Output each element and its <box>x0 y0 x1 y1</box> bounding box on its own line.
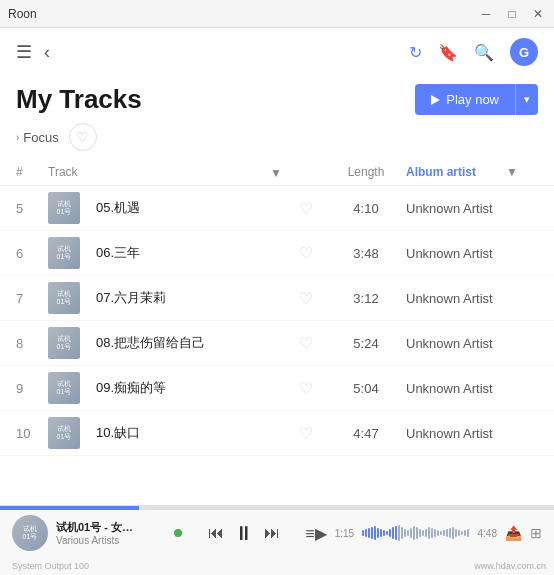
favorite-button[interactable]: ♡ <box>286 199 326 218</box>
waveform-bar <box>440 531 442 535</box>
track-thumbnail: 试机01号 <box>48 237 80 269</box>
user-avatar[interactable]: G <box>510 38 538 66</box>
waveform-bar <box>431 528 433 538</box>
track-number: 9 <box>16 381 48 396</box>
waveform-bar <box>383 530 385 536</box>
next-button[interactable]: ⏭ <box>264 524 280 542</box>
nav-right: ↻ 🔖 🔍 G <box>409 38 538 66</box>
track-info: 05.机遇 <box>88 199 286 217</box>
waveform-bar <box>404 529 406 537</box>
focus-button[interactable]: › Focus <box>16 130 59 145</box>
waveform-bar <box>446 529 448 537</box>
track-thumbnail: 试机01号 <box>48 282 80 314</box>
track-artist: Unknown Artist <box>406 201 506 216</box>
waveform-bar <box>449 528 451 538</box>
col-num-header: # <box>16 165 48 179</box>
track-title: 09.痴痴的等 <box>96 379 286 397</box>
system-output-label: System Output 100 <box>12 561 89 571</box>
waveform-bar <box>392 527 394 539</box>
prev-button[interactable]: ⏮ <box>208 524 224 542</box>
top-nav: ☰ ‹ ↻ 🔖 🔍 G <box>0 28 554 76</box>
play-dropdown-button[interactable]: ▾ <box>515 84 538 115</box>
track-info: 10.缺口 <box>88 424 286 442</box>
track-number: 10 <box>16 426 48 441</box>
waveform-bar <box>362 530 364 536</box>
waveform-bar <box>374 526 376 540</box>
table-row[interactable]: 5 试机01号 05.机遇 ♡ 4:10 Unknown Artist <box>0 186 554 231</box>
track-number: 8 <box>16 336 48 351</box>
maximize-button[interactable]: □ <box>504 7 520 21</box>
track-filter-icon[interactable]: ▼ <box>270 166 282 180</box>
search-icon[interactable]: 🔍 <box>474 43 494 62</box>
track-number: 7 <box>16 291 48 306</box>
menu-icon[interactable]: ☰ <box>16 41 32 63</box>
track-thumbnail: 试机01号 <box>48 372 80 404</box>
favorite-button[interactable]: ♡ <box>286 379 326 398</box>
track-thumbnail: 试机01号 <box>48 327 80 359</box>
waveform-bar <box>443 530 445 536</box>
output-button[interactable]: 📤 <box>505 525 522 541</box>
tracks-list: 5 试机01号 05.机遇 ♡ 4:10 Unknown Artist 6 试机… <box>0 186 554 526</box>
title-bar-controls: ─ □ ✕ <box>478 7 546 21</box>
table-header: # Track ▼ Length Album artist ▼ <box>0 159 554 186</box>
play-now-button[interactable]: Play now <box>415 84 515 115</box>
bottom-info-row: System Output 100 <box>0 556 554 575</box>
minimize-button[interactable]: ─ <box>478 7 494 21</box>
now-playing-artist: Various Artists <box>56 535 166 546</box>
waveform-bar <box>458 530 460 536</box>
table-row[interactable]: 8 试机01号 08.把悲伤留给自己 ♡ 5:24 Unknown Artist <box>0 321 554 366</box>
waveform-bar <box>425 529 427 537</box>
track-number: 6 <box>16 246 48 261</box>
waveform-bar <box>377 528 379 538</box>
waveform-bar <box>437 530 439 536</box>
track-length: 4:47 <box>326 426 406 441</box>
table-row[interactable]: 9 试机01号 09.痴痴的等 ♡ 5:04 Unknown Artist <box>0 366 554 411</box>
title-bar: Roon ─ □ ✕ <box>0 0 554 28</box>
waveform-bar <box>452 527 454 539</box>
close-button[interactable]: ✕ <box>530 7 546 21</box>
watermark: www.hdav.com.cn <box>474 561 546 571</box>
time-total: 4:48 <box>478 528 497 539</box>
playback-controls: ⏮ ⏸ ⏭ <box>190 522 297 545</box>
focus-label: Focus <box>23 130 58 145</box>
col-album-artist-header[interactable]: Album artist <box>406 165 506 179</box>
waveform-bar <box>455 529 457 537</box>
more-button[interactable]: ⊞ <box>530 525 542 541</box>
table-row[interactable]: 10 试机01号 10.缺口 ♡ 4:47 Unknown Artist <box>0 411 554 456</box>
track-length: 3:12 <box>326 291 406 306</box>
waveform-bar <box>434 529 436 537</box>
now-playing-info: 试机01号 - 女… Various Artists <box>56 520 166 546</box>
heart-filter-button[interactable]: ♡ <box>69 123 97 151</box>
track-title: 10.缺口 <box>96 424 286 442</box>
favorite-button[interactable]: ♡ <box>286 289 326 308</box>
waveform-bar <box>464 530 466 536</box>
favorite-button[interactable]: ♡ <box>286 424 326 443</box>
back-button[interactable]: ‹ <box>44 42 50 63</box>
favorite-button[interactable]: ♡ <box>286 244 326 263</box>
waveform-bar <box>416 527 418 539</box>
bookmark-icon[interactable]: 🔖 <box>438 43 458 62</box>
play-pause-button[interactable]: ⏸ <box>234 522 254 545</box>
loading-icon[interactable]: ↻ <box>409 43 422 62</box>
col-track-header: Track <box>48 165 88 179</box>
waveform-bar <box>395 526 397 540</box>
play-icon <box>431 95 440 105</box>
waveform-bar <box>428 527 430 539</box>
favorite-button[interactable]: ♡ <box>286 334 326 353</box>
waveform-bar <box>398 525 400 541</box>
table-row[interactable]: 6 试机01号 06.三年 ♡ 3:48 Unknown Artist <box>0 231 554 276</box>
track-length: 5:24 <box>326 336 406 351</box>
table-row[interactable]: 7 试机01号 07.六月茉莉 ♡ 3:12 Unknown Artist <box>0 276 554 321</box>
progress-bar[interactable] <box>0 506 554 510</box>
track-artist: Unknown Artist <box>406 291 506 306</box>
play-btn-group: Play now ▾ <box>415 84 538 115</box>
track-artist: Unknown Artist <box>406 246 506 261</box>
waveform-bar <box>380 529 382 537</box>
artist-sort-icon[interactable]: ▼ <box>506 165 538 179</box>
queue-icon[interactable]: ≡▶ <box>305 524 326 543</box>
waveform-bar <box>401 527 403 539</box>
track-info: 09.痴痴的等 <box>88 379 286 397</box>
track-artist: Unknown Artist <box>406 426 506 441</box>
now-playing-thumbnail: 试机01号 <box>12 515 48 551</box>
playing-indicator <box>174 529 182 537</box>
